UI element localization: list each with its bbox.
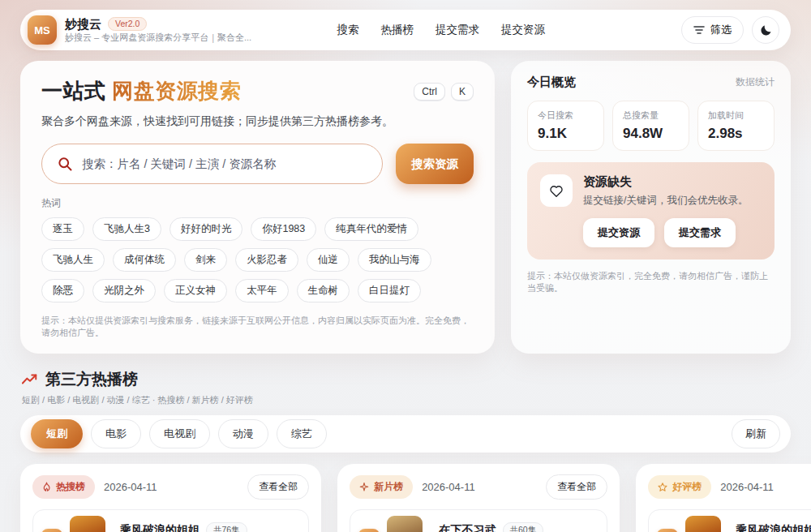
poster-image [387,516,423,532]
board-badge-label: 好评榜 [672,480,702,494]
search-hero-card: 一站式 网盘资源搜索 Ctrl K 聚合多个网盘来源，快速找到可用链接；同步提供… [20,61,495,354]
dark-mode-toggle[interactable] [752,16,779,44]
hot-word-tag[interactable]: 光阴之外 [92,279,156,302]
board-badge-label: 热搜榜 [56,480,85,494]
ranking-item[interactable]: 1 乘风破浪的姐姐 共76集 2025 · 短剧 · 穿越 偶像明星 · 大陆 … [648,509,811,532]
stats-row: 今日搜索 9.1K 总搜索量 94.8W 加载时间 2.98s [527,101,775,151]
hot-word-tag[interactable]: 正义女神 [164,279,227,302]
filter-button[interactable]: 筛选 [681,16,744,44]
top-actions: 筛选 [681,16,779,44]
rank-badge: 1 [657,529,678,532]
submit-resource-button[interactable]: 提交资源 [583,218,654,247]
hero-description: 聚合多个网盘来源，快速找到可用链接；同步提供第三方热播榜参考。 [41,114,474,129]
board-hot-search: 热搜榜 2026-04-11 查看全部 1 乘风破浪的姐姐 共76集 2025 … [20,464,321,532]
today-overview-card: 今日概览 数据统计 今日搜索 9.1K 总搜索量 94.8W 加载时间 2.98… [511,61,791,354]
page-title-plain: 一站式 [41,79,106,103]
episode-count-badge: 共76集 [206,522,247,532]
breadcrumb: 短剧 / 电影 / 电视剧 / 动漫 / 综艺 · 热搜榜 / 新片榜 / 好评… [22,394,789,406]
missing-resource-panel: 资源缺失 提交链接/关键词，我们会优先收录。 提交资源 提交需求 [527,162,775,260]
hot-word-tag[interactable]: 火影忍者 [235,248,298,272]
trending-up-icon [22,373,38,386]
submit-request-button[interactable]: 提交需求 [664,218,736,247]
search-icon [57,156,73,172]
kbd-ctrl: Ctrl [414,83,445,101]
version-badge: Ver2.0 [108,17,147,31]
tab-anime[interactable]: 动漫 [218,419,268,448]
sparkle-icon [359,483,369,492]
hot-word-tag[interactable]: 你好1983 [251,217,316,241]
stat-value: 9.1K [538,126,594,142]
filter-icon [693,25,705,35]
overview-title: 今日概览 [527,75,576,90]
brand-block: 妙搜云 Ver2.0 妙搜云 – 专业网盘资源搜索分享平台｜聚合全... [65,17,251,43]
nav-item-submit-resource[interactable]: 提交资源 [501,23,545,37]
shortcut-hint: Ctrl K [414,83,474,101]
item-title: 乘风破浪的姐姐 [120,523,200,532]
board-badge: 新片榜 [350,475,413,499]
missing-desc: 提交链接/关键词，我们会优先收录。 [583,194,748,208]
stat-load-time: 加载时间 2.98s [697,101,775,151]
heart-icon-box [540,174,573,207]
hot-word-tag[interactable]: 成何体统 [113,248,176,272]
search-submit-button[interactable]: 搜索资源 [396,144,474,184]
stat-value: 2.98s [708,126,764,142]
board-date: 2026-04-11 [422,481,475,493]
hot-word-tag[interactable]: 逐玉 [41,217,84,241]
page-title-accent: 网盘资源搜索 [112,79,241,103]
item-title: 乘风破浪的姐姐 [736,523,811,532]
app-title: 妙搜云 [65,17,101,31]
view-all-button[interactable]: 查看全部 [247,474,309,500]
stat-label: 总搜索量 [623,109,679,122]
filter-label: 筛选 [710,23,732,37]
hot-section-header: 第三方热播榜 短剧 / 电影 / 电视剧 / 动漫 / 综艺 · 热搜榜 / 新… [20,369,791,406]
stat-today-search: 今日搜索 9.1K [527,101,604,151]
stat-value: 94.8W [623,126,679,142]
ranking-item[interactable]: 1 乘风破浪的姐姐 共76集 2025 · 短剧 · 穿越 偶像明星 · 大陆 … [32,509,309,532]
tab-movie[interactable]: 电影 [91,419,141,448]
hero-disclaimer: 提示：本站仅提供资源索引与搜索服务，链接来源于互联网公开信息，内容归属以实际页面… [41,315,474,339]
missing-title: 资源缺失 [583,174,748,190]
hot-word-tag[interactable]: 好好的时光 [169,217,243,241]
hot-word-tag[interactable]: 白日提灯 [358,279,421,302]
moon-icon [759,24,773,37]
tab-duanju[interactable]: 短剧 [31,419,83,448]
episode-count-badge: 共60集 [503,522,544,532]
board-date: 2026-04-11 [720,481,774,493]
hot-word-tag[interactable]: 仙逆 [307,248,350,272]
tab-tv[interactable]: 电视剧 [149,419,210,448]
board-top-rated: 好评榜 2026-04-11 查看全部 1 乘风破浪的姐姐 共76集 2025 … [636,464,811,532]
poster-image [70,516,105,532]
overview-subtitle: 数据统计 [736,75,775,89]
board-new-release: 新片榜 2026-04-11 查看全部 6 在下不习武 共60集 2026 · … [337,464,620,532]
ranking-item[interactable]: 6 在下不习武 共60集 2026 · 短剧 · 玄幻 仙侠 · 大陆 评分 0… [350,509,607,532]
poster-image [685,516,721,532]
search-box [41,144,383,184]
nav-item-submit-request[interactable]: 提交需求 [436,23,479,37]
hot-word-tag[interactable]: 飞驰人生 [41,248,105,272]
page-title: 一站式 网盘资源搜索 [41,77,241,105]
app-subtitle: 妙搜云 – 专业网盘资源搜索分享平台｜聚合全... [65,32,251,43]
app-logo[interactable]: MS [28,15,57,45]
refresh-button[interactable]: 刷新 [732,419,780,448]
search-input[interactable] [82,157,367,170]
tab-variety[interactable]: 综艺 [277,419,327,448]
overview-disclaimer: 提示：本站仅做资源索引，完全免费，请勿相信广告，谨防上当受骗。 [527,270,775,294]
kbd-k: K [451,83,474,101]
nav-item-hotlist[interactable]: 热播榜 [381,23,414,37]
hot-word-tag[interactable]: 太平年 [235,279,289,302]
flame-icon [42,482,51,492]
hot-word-tag[interactable]: 我的山与海 [358,248,431,272]
hot-word-tag[interactable]: 剑来 [184,248,227,272]
view-all-button[interactable]: 查看全部 [546,474,607,500]
board-badge: 好评榜 [648,475,711,499]
top-navigation-bar: MS 妙搜云 Ver2.0 妙搜云 – 专业网盘资源搜索分享平台｜聚合全... … [20,10,791,50]
nav-item-search[interactable]: 搜索 [337,23,359,37]
hot-word-tag[interactable]: 飞驰人生3 [92,217,161,241]
section-title: 第三方热播榜 [45,369,138,390]
category-tabbar: 短剧 电影 电视剧 动漫 综艺 刷新 [20,415,791,453]
hot-word-tag[interactable]: 纯真年代的爱情 [324,217,418,241]
hot-word-tag[interactable]: 除恶 [41,279,84,302]
page: MS 妙搜云 Ver2.0 妙搜云 – 专业网盘资源搜索分享平台｜聚合全... … [0,0,811,532]
heart-icon [549,184,564,198]
hot-word-tag[interactable]: 生命树 [297,279,350,302]
